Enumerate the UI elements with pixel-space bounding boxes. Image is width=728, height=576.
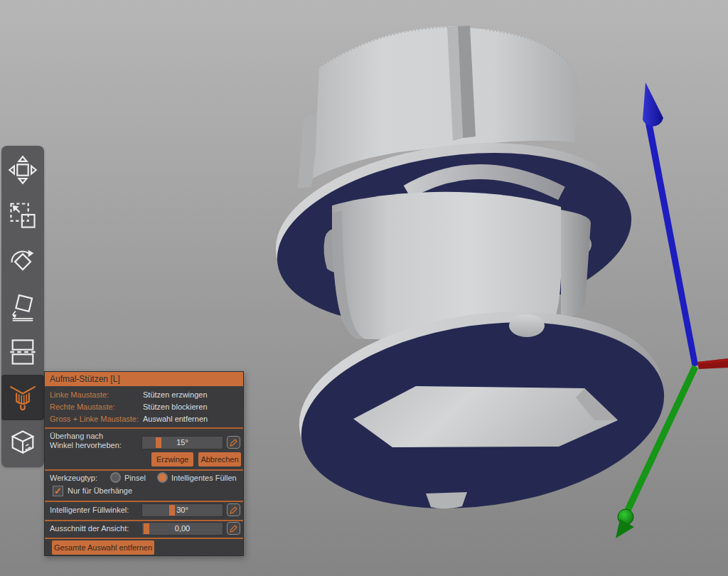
clipping-slider[interactable]: 0,00: [141, 522, 223, 535]
tool-seam-painting[interactable]: [1, 420, 44, 466]
separator: [45, 469, 243, 471]
axis-gizmo: [616, 82, 728, 538]
hint-left-mouse-label: Linke Maustaste:: [50, 390, 109, 399]
remove-all-selection-button[interactable]: Gesamte Auswahl entfernen: [52, 540, 154, 555]
only-overhangs-label[interactable]: Nur für Überhänge: [68, 486, 132, 495]
smart-fill-angle-edit-button[interactable]: [227, 503, 240, 516]
move-icon: [7, 154, 38, 186]
hint-shift-mouse-label: Gross + Linke Maustaste:: [50, 415, 139, 423]
separator: [45, 520, 243, 521]
radio-brush-label[interactable]: Pinsel: [124, 474, 146, 482]
radio-smart-fill-label[interactable]: Intelligentes Füllen: [171, 474, 237, 482]
separator: [45, 501, 243, 502]
hint-right-mouse-value: Stützen blockieren: [143, 402, 208, 411]
scale-icon: [7, 200, 38, 231]
panel-title[interactable]: Aufmal-Stützen [L]: [45, 372, 243, 386]
smart-fill-angle-label: Intelligenter Füllwinkel:: [50, 506, 129, 514]
smart-fill-angle-slider[interactable]: 30°: [141, 503, 223, 517]
smart-fill-angle-value: 30°: [142, 504, 223, 516]
tool-move[interactable]: [1, 147, 44, 193]
radio-brush[interactable]: [110, 472, 121, 483]
tool-paint-on-supports[interactable]: [1, 375, 44, 420]
paint-supports-panel: Aufmal-Stützen [L] Linke Maustaste: Stüt…: [44, 371, 244, 556]
place-on-face-icon: [7, 291, 38, 322]
tool-place-on-face[interactable]: [1, 284, 44, 329]
pencil-icon: [229, 506, 238, 515]
tool-scale[interactable]: [1, 193, 44, 238]
tool-rotate[interactable]: [1, 238, 44, 284]
hint-shift-mouse-value: Auswahl entfernen: [143, 415, 208, 423]
only-overhangs-checkbox[interactable]: ✓: [53, 486, 63, 496]
highlight-label-line2: Winkel hervorheben:: [50, 441, 122, 449]
separator: [45, 538, 243, 539]
highlight-label-line1: Überhang nach: [50, 432, 103, 440]
clipping-label: Ausschnitt der Ansicht:: [50, 524, 129, 533]
highlight-angle-slider[interactable]: 15°: [141, 436, 223, 449]
cut-icon: [7, 336, 38, 368]
clipping-edit-button[interactable]: [227, 522, 240, 535]
x-axis-arrow: [697, 358, 728, 369]
z-axis-arrow: [643, 82, 698, 368]
separator: [45, 427, 243, 429]
seam-cube-icon: [7, 427, 38, 459]
cancel-button[interactable]: Abbrechen: [198, 452, 241, 466]
hint-left-mouse-value: Stützen erzwingen: [143, 390, 208, 399]
paint-supports-brush-icon: [7, 382, 38, 413]
clipping-value: 0,00: [142, 523, 223, 535]
highlight-angle-value: 15°: [142, 437, 223, 449]
tool-type-label: Werkzeugtyp:: [50, 474, 97, 482]
hint-right-mouse-label: Rechte Maustaste:: [50, 402, 115, 411]
enforce-button[interactable]: Erzwinge: [151, 452, 193, 466]
pencil-icon: [229, 524, 238, 533]
pencil-icon: [229, 438, 238, 447]
gizmo-toolbar: [1, 146, 44, 467]
radio-smart-fill[interactable]: [157, 472, 168, 483]
highlight-angle-edit-button[interactable]: [227, 436, 240, 449]
rotate-icon: [7, 245, 38, 277]
tool-cut[interactable]: [1, 329, 44, 375]
